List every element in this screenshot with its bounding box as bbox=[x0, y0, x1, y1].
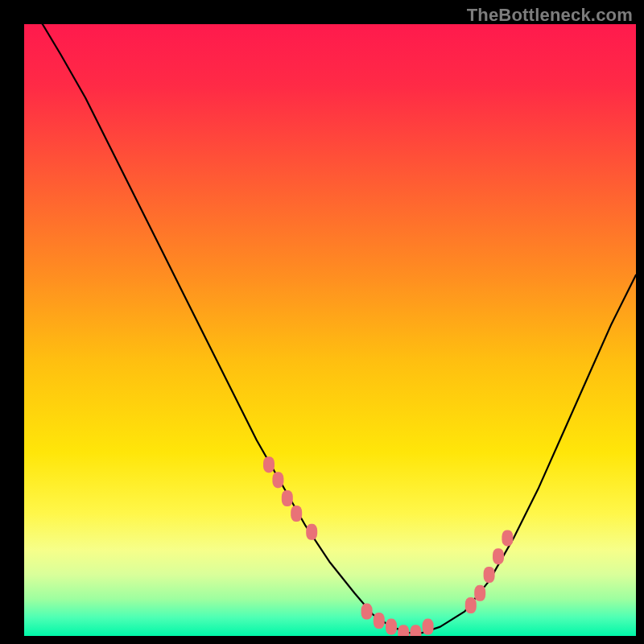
marker-dot bbox=[493, 548, 504, 564]
marker-dot bbox=[306, 524, 317, 540]
chart-frame: TheBottleneck.com bbox=[0, 0, 644, 644]
marker-dot bbox=[374, 613, 385, 629]
marker-dot bbox=[386, 619, 397, 635]
marker-dot bbox=[263, 456, 275, 473]
marker-dot bbox=[272, 472, 283, 488]
marker-dot bbox=[502, 530, 513, 546]
marker-dot bbox=[398, 625, 409, 636]
marker-dot bbox=[484, 567, 495, 583]
chart-svg bbox=[24, 24, 636, 636]
marker-dot bbox=[465, 597, 477, 613]
marker-dot bbox=[291, 506, 302, 522]
gradient-background bbox=[24, 24, 636, 636]
watermark-text: TheBottleneck.com bbox=[467, 5, 633, 26]
marker-dot bbox=[361, 604, 373, 620]
plot-area bbox=[24, 24, 636, 636]
marker-dot bbox=[423, 619, 434, 635]
marker-dot bbox=[474, 585, 485, 601]
marker-dot bbox=[282, 490, 293, 506]
marker-dot bbox=[410, 625, 421, 636]
